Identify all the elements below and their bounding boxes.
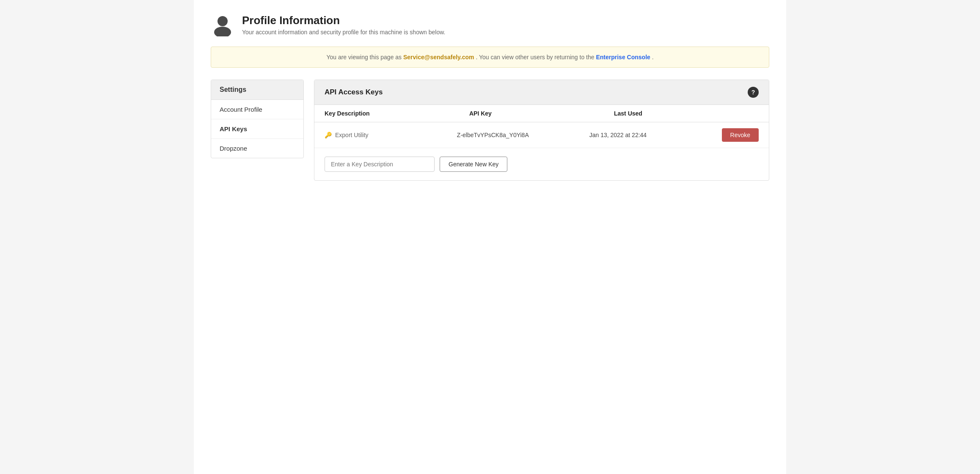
sidebar-heading: Settings bbox=[211, 80, 303, 100]
panel-title: API Access Keys bbox=[325, 88, 383, 96]
col-header-last-used: Last Used bbox=[614, 110, 759, 117]
svg-point-0 bbox=[217, 16, 228, 26]
enterprise-console-link[interactable]: Enterprise Console bbox=[596, 54, 650, 61]
col-header-api-key: API Key bbox=[469, 110, 614, 117]
page-header: Profile Information Your account informa… bbox=[211, 13, 769, 36]
main-panel: API Access Keys ? Key Description API Ke… bbox=[314, 80, 769, 181]
banner-email[interactable]: Service@sendsafely.com bbox=[403, 54, 474, 61]
svg-point-1 bbox=[214, 27, 231, 36]
page-title: Profile Information bbox=[242, 14, 445, 27]
table-header: Key Description API Key Last Used bbox=[314, 105, 769, 122]
banner-middle: . You can view other users by returning … bbox=[476, 54, 596, 61]
api-key-value: Z-elbeTvYPsCK8a_Y0Yi8A bbox=[457, 132, 589, 138]
revoke-cell: Revoke bbox=[722, 128, 759, 142]
key-description-value: Export Utility bbox=[335, 132, 369, 138]
sidebar: Settings Account Profile API Keys Dropzo… bbox=[211, 80, 304, 158]
sidebar-item-dropzone[interactable]: Dropzone bbox=[211, 139, 303, 158]
table-row: 🔑 Export Utility Z-elbeTvYPsCK8a_Y0Yi8A … bbox=[314, 122, 769, 148]
col-header-description: Key Description bbox=[325, 110, 469, 117]
header-text: Profile Information Your account informa… bbox=[242, 14, 445, 36]
sidebar-item-account-profile[interactable]: Account Profile bbox=[211, 100, 303, 119]
banner-suffix: . bbox=[652, 54, 654, 61]
panel-header: API Access Keys ? bbox=[314, 80, 769, 105]
generate-new-key-button[interactable]: Generate New Key bbox=[440, 157, 507, 172]
banner-prefix: You are viewing this page as bbox=[326, 54, 403, 61]
key-description-cell: 🔑 Export Utility bbox=[325, 132, 457, 138]
content-area: Settings Account Profile API Keys Dropzo… bbox=[211, 80, 769, 181]
key-description-input[interactable] bbox=[325, 157, 435, 172]
sidebar-item-api-keys[interactable]: API Keys bbox=[211, 119, 303, 139]
key-icon: 🔑 bbox=[325, 132, 332, 138]
page-subtitle: Your account information and security pr… bbox=[242, 29, 445, 36]
user-avatar-icon bbox=[211, 13, 234, 36]
revoke-button[interactable]: Revoke bbox=[722, 128, 759, 142]
info-banner: You are viewing this page as Service@sen… bbox=[211, 47, 769, 68]
add-key-row: Generate New Key bbox=[314, 148, 769, 180]
last-used-value: Jan 13, 2022 at 22:44 bbox=[589, 132, 722, 138]
help-icon[interactable]: ? bbox=[748, 87, 759, 98]
page-wrapper: Profile Information Your account informa… bbox=[194, 0, 786, 474]
